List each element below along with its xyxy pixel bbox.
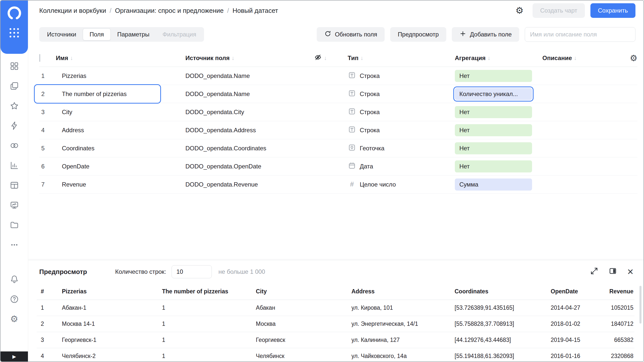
topbar-actions: ⚙ Создать чарт Сохранить [515,3,635,18]
tabs-toolbar-row: Источники Поля Параметры Фильтрация Обно… [28,21,643,42]
field-source: DODO_opendata.Revenue [185,181,314,188]
field-type[interactable]: Строка [348,107,455,117]
aggregation-select[interactable]: Сумма [455,178,532,191]
refresh-fields-button[interactable]: Обновить поля [317,27,385,42]
field-type[interactable]: Дата [348,161,455,171]
field-name[interactable]: City [56,109,185,116]
split-view-icon[interactable] [609,267,617,277]
more-icon[interactable] [9,239,20,251]
aggregation-select[interactable]: Нет [455,160,532,172]
preview-header-cell: The number of pizzerias [158,288,252,295]
tab-parameters[interactable]: Параметры [111,28,156,40]
field-type[interactable]: Геоточка [348,143,455,153]
field-name[interactable]: The number of pizzerias [56,90,185,98]
tab-fields[interactable]: Поля [83,28,111,40]
sort-icon: ↓ [360,55,363,61]
charts-icon[interactable] [9,160,20,171]
field-name[interactable]: Revenue [56,181,185,188]
aggregation-select[interactable]: Нет [455,70,532,82]
datasets-icon[interactable] [9,140,20,151]
sidebar-header [1,1,28,54]
fields-table: Имя↓ Источник поля↓ ↓ Тип↓ Агрегация↓ Оп… [28,49,643,194]
aggregation-select[interactable]: Нет [455,106,532,118]
preview-panel: Предпросмотр Количество строк: не больше… [28,260,643,361]
aggregation-select[interactable]: Нет [455,124,532,136]
table-settings-gear-icon[interactable]: ⚙ [623,53,637,63]
row-count-input[interactable] [172,265,212,278]
field-row: 4 Address DODO_opendata.Address Строка Н… [39,121,637,139]
field-name[interactable]: Pizzerias [56,72,185,79]
dataset-settings-gear-icon[interactable]: ⚙ [515,5,524,16]
field-name[interactable]: Address [56,127,185,134]
select-all-checkbox[interactable] [39,54,40,62]
add-field-button[interactable]: Добавить поле [452,27,519,42]
storage-icon[interactable] [9,219,20,231]
tab-group: Источники Поля Параметры Фильтрация [39,27,204,42]
row-count-label: Количество строк: [115,268,166,275]
field-type[interactable]: # Целое число [348,180,455,188]
preview-row: 4 Челябинск-2 1 Челябинск ул. Чайковског… [37,348,634,361]
field-source: DODO_opendata.OpenDate [185,163,314,170]
sort-icon: ↓ [488,55,490,61]
play-icon: ▶ [12,354,16,359]
eye-off-icon [314,53,322,63]
field-source: DODO_opendata.City [185,109,314,116]
preview-header-cell: # [37,288,58,295]
preview-actions: × [590,266,633,277]
preview-header: Предпросмотр Количество строк: не больше… [28,260,643,283]
preview-table-header: # Pizzerias The number of pizzerias City… [37,283,634,300]
field-row: 2 The number of pizzerias DODO_opendata.… [39,85,637,103]
create-chart-button[interactable]: Создать чарт [533,3,585,18]
save-button[interactable]: Сохранить [590,3,635,18]
field-search-input[interactable] [525,27,635,42]
field-source: DODO_opendata.Coordinates [185,145,314,152]
field-type[interactable]: Строка [348,125,455,135]
tab-filtering[interactable]: Фильтрация [156,28,203,40]
type-integer-icon: # [348,180,356,188]
tab-sources[interactable]: Источники [41,28,83,40]
collections-icon[interactable] [9,60,20,72]
preview-scrollbar[interactable] [639,286,641,324]
expand-preview-icon[interactable] [590,267,598,277]
header-source[interactable]: Источник поля↓ [185,55,314,62]
fields-table-header: Имя↓ Источник поля↓ ↓ Тип↓ Агрегация↓ Оп… [39,49,637,67]
apps-grid-icon[interactable] [10,28,19,37]
connections-icon[interactable] [9,120,20,131]
preview-title: Предпросмотр [39,268,87,276]
settings-icon[interactable]: ⚙ [9,313,20,325]
breadcrumb-collections[interactable]: Коллекции и воркбуки [39,7,106,15]
field-source: DODO_opendata.Name [185,72,314,79]
field-name[interactable]: OpenDate [56,163,185,170]
help-icon[interactable] [9,293,20,305]
field-row: 6 OpenDate DODO_opendata.OpenDate Дата Н… [39,157,637,175]
type-string-icon [348,107,356,117]
workbooks-icon[interactable] [9,80,20,92]
notifications-icon[interactable] [9,274,20,285]
field-type[interactable]: Строка [348,71,455,81]
preview-toggle-button[interactable]: Предпросмотр [390,27,446,42]
field-type[interactable]: Строка [348,89,455,99]
sidebar-collapse-button[interactable]: ▶ [1,351,28,361]
preview-row: 3 Георгиевск-1 1 Георгиевск ул. Калинина… [37,332,634,348]
aggregation-select[interactable]: Нет [455,142,532,154]
datalens-logo-icon[interactable] [7,6,22,21]
add-field-label: Добавить поле [470,31,512,38]
favorites-icon[interactable] [9,100,20,112]
header-name[interactable]: Имя↓ [56,55,185,62]
header-aggregation[interactable]: Агрегация↓ [455,55,542,62]
sidebar-nav [1,60,28,251]
close-preview-icon[interactable]: × [627,266,633,277]
breadcrumb-dataset[interactable]: Новый датасет [232,7,278,15]
header-hidden[interactable]: ↓ [314,53,348,63]
preview-header-cell: City [252,288,347,295]
header-description[interactable]: Описание↓ [542,55,623,62]
type-string-icon [348,125,356,135]
dashboards-icon[interactable] [9,199,20,211]
breadcrumb-workbook[interactable]: Организации: спрос и предложение [115,7,224,15]
field-name[interactable]: Coordinates [56,145,185,152]
tables-icon[interactable] [9,179,20,191]
aggregation-select[interactable]: Количество уникал... [455,88,532,100]
type-string-icon [348,89,356,99]
header-type[interactable]: Тип↓ [348,55,455,62]
app-window: ⚙ ▶ Коллекции и воркбуки / Организации: … [0,0,644,362]
